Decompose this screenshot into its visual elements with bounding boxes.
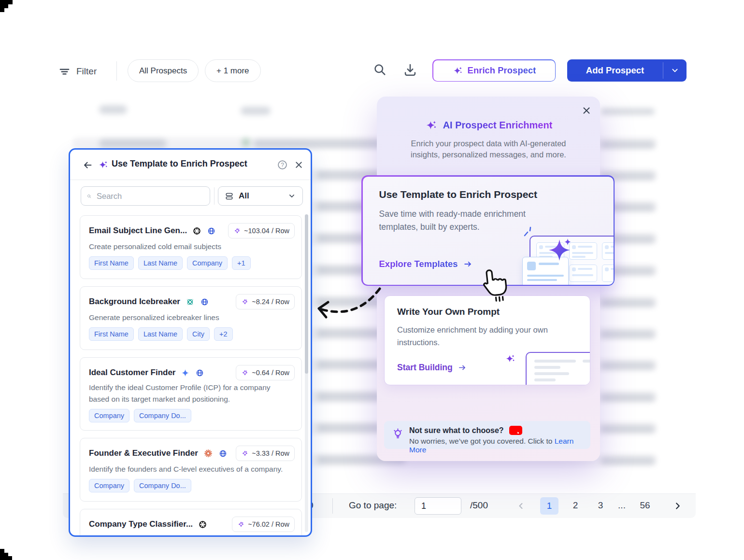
claude-icon bbox=[203, 448, 213, 458]
close-icon[interactable] bbox=[581, 105, 592, 116]
start-building-link[interactable]: Start Building bbox=[397, 363, 467, 373]
template-search bbox=[81, 186, 210, 206]
add-prospect-button[interactable]: Add Prospect bbox=[567, 59, 687, 82]
cost-badge: ~3.33 / Row bbox=[236, 446, 295, 461]
page-button-2[interactable]: 2 bbox=[567, 500, 584, 511]
gemini-icon bbox=[181, 368, 190, 378]
search-input[interactable] bbox=[96, 191, 204, 201]
card-description: Customize enrichment by adding your own … bbox=[397, 324, 561, 349]
template-tag: Company Do... bbox=[134, 409, 191, 422]
gem-icon bbox=[241, 298, 249, 306]
page-ellipsis: ... bbox=[614, 500, 630, 511]
sparkle-icon bbox=[547, 238, 574, 267]
sparkle-icon bbox=[504, 353, 516, 364]
template-name: Founder & Executive Finder bbox=[89, 448, 198, 458]
cost-label: ~8.24 / Row bbox=[252, 298, 289, 306]
chevron-right-icon[interactable] bbox=[672, 501, 683, 511]
download-icon[interactable] bbox=[403, 63, 417, 76]
globe-icon bbox=[195, 368, 204, 378]
openai-icon bbox=[198, 520, 207, 529]
page-number: 1 bbox=[547, 501, 552, 511]
template-description: Generate a one-liner that describes the … bbox=[89, 533, 283, 537]
gem-icon bbox=[233, 227, 241, 235]
cta-label: Explore Templates bbox=[379, 259, 458, 269]
modal-title: Use Template to Enrich Prospect bbox=[112, 159, 247, 169]
back-icon[interactable] bbox=[83, 160, 93, 170]
chip-label: + 1 more bbox=[216, 66, 249, 76]
goto-page-label: Go to page: bbox=[349, 500, 397, 511]
cost-badge: ~103.04 / Row bbox=[228, 223, 295, 238]
search-icon[interactable] bbox=[373, 63, 386, 76]
template-description: Identify the founders and C-level execut… bbox=[89, 463, 283, 475]
teal-provider-icon bbox=[186, 297, 195, 307]
template-tag: +2 bbox=[214, 327, 233, 341]
template-card[interactable]: Ideal Customer Finder ~0.64 / Row Identi… bbox=[80, 357, 302, 431]
template-description: Generate personalized icebreaker lines bbox=[89, 312, 219, 323]
cost-label: ~103.04 / Row bbox=[244, 227, 289, 235]
template-tag: Last Name bbox=[138, 327, 183, 341]
modal-header: Use Template to Enrich Prospect bbox=[70, 150, 311, 180]
arrow-right-icon bbox=[458, 363, 467, 372]
filter-button[interactable]: Filter bbox=[59, 62, 97, 81]
page-button-3[interactable]: 3 bbox=[592, 500, 609, 511]
chip-label: All Prospects bbox=[139, 66, 187, 76]
page-button-56[interactable]: 56 bbox=[635, 500, 655, 511]
panel-title: AI Prospect Enrichment bbox=[443, 120, 553, 131]
template-card[interactable]: Founder & Executive Finder ~3.33 / Row I… bbox=[80, 438, 302, 502]
youtube-icon[interactable] bbox=[509, 426, 522, 435]
template-card[interactable]: Company Type Classifier... ~76.02 / Row … bbox=[80, 509, 302, 537]
close-icon[interactable] bbox=[294, 160, 304, 170]
crop-artifact-bottom-left bbox=[4, 553, 8, 560]
chevron-left-icon[interactable] bbox=[516, 501, 526, 511]
sparkle-icon bbox=[98, 159, 109, 170]
search-icon bbox=[87, 192, 91, 201]
card-title: Write Your Own Prompt bbox=[397, 307, 500, 317]
template-card[interactable]: Background Icebreaker ~8.24 / Row Genera… bbox=[80, 286, 302, 350]
add-prospect-dropdown[interactable] bbox=[663, 59, 687, 82]
template-name: Company Type Classifier... bbox=[89, 519, 193, 529]
crop-artifact-bottom-left bbox=[8, 556, 12, 560]
write-prompt-card[interactable]: Write Your Own Prompt Customize enrichme… bbox=[384, 295, 590, 385]
chip-all-prospects[interactable]: All Prospects bbox=[128, 59, 199, 82]
chevron-down-icon bbox=[670, 66, 680, 75]
category-filter-dropdown[interactable]: All bbox=[218, 186, 303, 206]
cost-label: ~76.02 / Row bbox=[248, 520, 289, 528]
note-title: Not sure what to choose? bbox=[409, 426, 504, 435]
cost-label: ~3.33 / Row bbox=[252, 449, 289, 457]
cursor-pointer-icon bbox=[478, 265, 515, 307]
template-description: Identify the ideal Customer Profile (ICP… bbox=[89, 382, 287, 405]
card-title: Use Template to Enrich Prospect bbox=[379, 189, 538, 200]
template-name: Ideal Customer Finder bbox=[89, 368, 175, 378]
scrollbar-thumb[interactable] bbox=[305, 214, 308, 374]
cost-label: ~0.64 / Row bbox=[252, 369, 289, 377]
stack-icon bbox=[225, 192, 234, 201]
globe-icon bbox=[207, 226, 216, 236]
cost-badge: ~0.64 / Row bbox=[236, 365, 295, 380]
sparkle-icon bbox=[452, 65, 463, 76]
cost-badge: ~8.24 / Row bbox=[236, 294, 295, 309]
add-button-label: Add Prospect bbox=[567, 59, 663, 82]
filter-icon bbox=[59, 66, 70, 77]
help-note: Not sure what to choose? No worries, we’… bbox=[384, 421, 590, 449]
lightbulb-icon bbox=[392, 428, 404, 440]
explore-templates-link[interactable]: Explore Templates bbox=[379, 259, 472, 269]
template-tag: Company bbox=[187, 256, 228, 270]
chevron-down-icon bbox=[287, 192, 296, 200]
openai-icon bbox=[192, 226, 201, 236]
page-button-1[interactable]: 1 bbox=[540, 497, 558, 515]
goto-page-input[interactable] bbox=[415, 497, 461, 515]
enrich-prospect-button[interactable]: Enrich Prospect bbox=[432, 59, 556, 82]
template-card[interactable]: Email Subject Line Gen... ~103.04 / Row … bbox=[80, 215, 302, 279]
gem-icon bbox=[241, 369, 249, 377]
sparkle-icon bbox=[425, 119, 438, 132]
cta-label: Start Building bbox=[397, 363, 453, 373]
search-divider bbox=[214, 187, 215, 205]
dashed-arrow bbox=[308, 278, 388, 324]
crop-artifact-top-left bbox=[0, 8, 4, 12]
template-name: Background Icebreaker bbox=[89, 297, 180, 307]
app-canvas: Filter All Prospects + 1 more Enrich Pro… bbox=[0, 0, 744, 560]
crop-artifact-bottom-left bbox=[0, 549, 4, 560]
category-filter-value: All bbox=[239, 191, 283, 201]
help-icon[interactable] bbox=[277, 159, 288, 170]
chip-more-filters[interactable]: + 1 more bbox=[205, 59, 261, 82]
